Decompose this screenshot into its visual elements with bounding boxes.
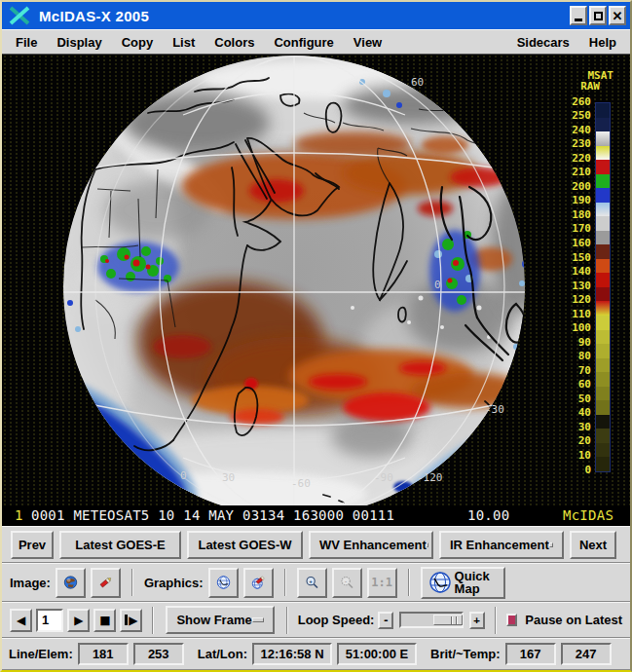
playback-separator: [286, 607, 288, 634]
frame-forward-button[interactable]: ▶: [67, 609, 90, 632]
menu-file[interactable]: File: [6, 32, 47, 53]
stop-loop-button[interactable]: ■: [93, 609, 116, 632]
temp-value: 247: [561, 643, 612, 665]
satellite-display[interactable]: 600-30030-60-90-120 MSAT RAW 26025024023…: [2, 55, 630, 526]
close-icon: ✕: [613, 10, 623, 22]
quick-map-button[interactable]: Quick Map: [421, 567, 505, 599]
grid-label: -30: [485, 403, 504, 416]
display-graphics-button[interactable]: [208, 568, 239, 598]
grid-label: 30: [222, 471, 235, 484]
close-button[interactable]: ✕: [609, 6, 626, 25]
ir-enhancement-menu[interactable]: IR Enhancement: [439, 531, 564, 559]
colorbar-tick-label: 20: [558, 434, 591, 449]
zoom-out-icon: -: [340, 572, 354, 593]
menu-sidecars[interactable]: Sidecars: [507, 32, 579, 53]
quick-map-label: Quick Map: [455, 570, 498, 595]
colorbar-cell: [596, 443, 610, 458]
colorbar-tick-label: 50: [558, 392, 591, 407]
colorbar-cell: [596, 188, 610, 203]
zoom-out-button[interactable]: -: [332, 568, 362, 598]
colorbar-cell: [596, 344, 610, 358]
zoom-in-button[interactable]: +: [297, 568, 327, 598]
annotation-zoom-factor: 10.00: [467, 507, 509, 523]
menu-copy[interactable]: Copy: [112, 32, 164, 53]
longitude-value: 51:00:00 E: [337, 643, 417, 665]
colorbar-tick-label: 120: [558, 293, 591, 308]
colorbar-tick-label: 160: [558, 237, 591, 251]
colorbar-cell: [596, 457, 610, 471]
grid-label: -60: [291, 477, 311, 490]
menu-colors[interactable]: Colors: [204, 32, 264, 53]
status-bar: Line/Elem: 181 253 Lat/Lon: 12:16:58 N 5…: [2, 638, 630, 670]
svg-text:-: -: [345, 578, 347, 584]
grid-label: -90: [374, 471, 393, 484]
menu-list[interactable]: List: [163, 32, 204, 53]
annotation-brand: McIDAS: [563, 507, 613, 523]
line-elem-label: Line/Elem:: [9, 647, 73, 661]
menu-help[interactable]: Help: [579, 32, 626, 53]
show-frame-menu[interactable]: Show Frame: [166, 606, 274, 634]
colorbar-tick-label: 180: [558, 208, 591, 223]
menubar: File Display Copy List Colors Configure …: [2, 29, 630, 55]
colorbar-cell: [596, 301, 610, 316]
frame-number-input[interactable]: 1: [36, 609, 63, 632]
colorbar-cell: [596, 400, 610, 415]
frame-back-button[interactable]: ◀: [10, 609, 32, 632]
annotation-frame-number: 1: [15, 507, 23, 523]
step-icon: ▶: [125, 614, 137, 627]
colorbar-cell: [596, 146, 610, 161]
colorbar-cell: [596, 358, 610, 373]
colorbar-swatches: [595, 102, 611, 472]
colorbar-tick-label: 100: [558, 321, 591, 336]
menu-configure[interactable]: Configure: [264, 32, 343, 53]
wv-enhancement-menu[interactable]: WV Enhancement: [309, 531, 433, 559]
erase-graphics-button[interactable]: [243, 568, 274, 598]
colorbar-cell: [596, 160, 610, 174]
next-button[interactable]: Next: [570, 531, 616, 559]
graphics-label: Graphics:: [144, 576, 204, 590]
minimize-icon: [575, 19, 582, 21]
colorbar-cell: [596, 103, 610, 118]
minimize-button[interactable]: [570, 6, 587, 25]
colorbar-tick-label: 130: [558, 280, 591, 294]
back-icon: ◀: [17, 614, 25, 627]
loop-speed-decrease-button[interactable]: -: [378, 612, 393, 629]
prev-button[interactable]: Prev: [11, 531, 54, 559]
svg-text:+: +: [309, 578, 313, 584]
step-loop-button[interactable]: ▶: [120, 609, 142, 632]
latest-goes-w-button[interactable]: Latest GOES-W: [187, 531, 303, 559]
colorbar-tick-label: 250: [558, 109, 591, 124]
colorbar-cell: [596, 287, 610, 302]
loop-speed-increase-button[interactable]: +: [469, 612, 485, 629]
zoom-reset-button[interactable]: 1:1: [367, 568, 397, 598]
colorbar-cell: [596, 259, 610, 274]
wireframe-globe-icon: [216, 571, 231, 594]
colorbar-title: MSAT: [543, 70, 613, 81]
colorbar-cell: [596, 330, 610, 345]
maximize-button[interactable]: [589, 6, 607, 25]
colorbar-tick-label: 30: [558, 421, 591, 435]
menu-display[interactable]: Display: [47, 32, 111, 53]
playback-controls: ◀ 1 ▶ ■ ▶ Show Frame Loop Speed: - + Pau…: [2, 602, 630, 638]
colorbar-tick-label: 60: [558, 378, 591, 392]
playback-separator: [152, 607, 154, 634]
menu-view[interactable]: View: [344, 32, 391, 53]
colorbar-tick-label: 220: [558, 152, 591, 167]
satellite-image[interactable]: 600-30030-60-90-120: [2, 55, 630, 526]
pause-on-latest-checkbox[interactable]: [506, 614, 518, 626]
erase-image-button[interactable]: [91, 568, 121, 598]
colorbar-tick-label: 230: [558, 137, 591, 152]
annotation-text: 0001 METEOSAT5 10 14 MAY 03134 163000 00…: [31, 507, 394, 523]
colorbar-tick-label: 260: [558, 95, 591, 110]
display-image-button[interactable]: [56, 568, 86, 598]
colorbar-tick-labels: 2602502402302202102001901801701601501401…: [558, 95, 591, 477]
colorbar-cell: [596, 415, 610, 429]
titlebar[interactable]: McIDAS-X 2005 ✕: [2, 2, 630, 29]
loop-speed-slider[interactable]: [399, 612, 463, 628]
wireframe-globe-icon: [428, 571, 452, 594]
image-annotation: 1 0001 METEOSAT5 10 14 MAY 03134 163000 …: [2, 505, 630, 526]
colorbar-tick-label: 80: [558, 350, 591, 364]
latest-goes-e-button[interactable]: Latest GOES-E: [59, 531, 181, 559]
slider-handle[interactable]: [433, 615, 463, 625]
colorbar-cell: [596, 231, 610, 245]
